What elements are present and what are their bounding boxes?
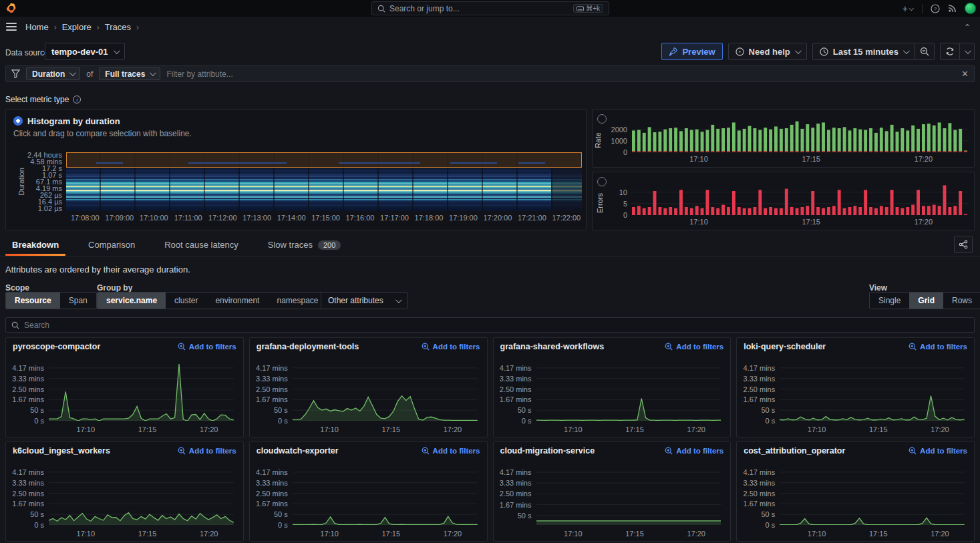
heatmap-x-tick: 17:08:00 [71, 214, 100, 222]
add-to-filters-button[interactable]: Add to filters [909, 343, 967, 351]
breadcrumb-item-explore[interactable]: Explore [62, 22, 92, 32]
groupby-option-service-name[interactable]: service.name [98, 293, 166, 309]
other-attributes-select[interactable]: Other attributes [321, 292, 407, 309]
add-to-filters-label: Add to filters [189, 447, 236, 455]
cloudwatch-exporter-y-tick: 4.17 mins [256, 468, 288, 476]
breadcrumb-bar: Home›Explore›Traces› ⌃ [0, 17, 980, 39]
zoom-out-time-button[interactable] [915, 43, 935, 60]
loki-query-scheduler-y-axis: 4.17 mins3.33 mins2.50 mins1.67 mins50 s… [737, 362, 775, 421]
grafana-deployment-tools-y-tick: 3.33 mins [256, 375, 288, 383]
news-icon[interactable] [948, 4, 957, 13]
add-to-filters-button[interactable]: Add to filters [422, 343, 480, 351]
errors-plot[interactable] [631, 183, 969, 215]
pyroscope-compactor-plot[interactable] [49, 362, 234, 421]
grafana-deployment-tools-y-tick: 2.50 mins [256, 385, 288, 393]
rate-y-tick: 1000 [611, 137, 627, 145]
refresh-interval-dropdown[interactable] [960, 43, 975, 60]
cloudwatch-exporter-plot[interactable] [293, 466, 478, 525]
view-label: View [869, 283, 887, 293]
funnel-icon [11, 69, 20, 78]
view-option-Single[interactable]: Single [870, 293, 909, 309]
tab-slow-traces[interactable]: Slow traces200 [261, 234, 348, 256]
service-card-title: grafana-deployment-tools [257, 342, 359, 351]
add-to-filters-button[interactable]: Add to filters [909, 447, 967, 455]
grafana-deployment-tools-y-tick: 50 s [274, 406, 288, 414]
groupby-segmented-control: service.nameclusterenvironmentnamespace [97, 292, 328, 309]
k6cloud_ingest_workers-x-axis: 17:1017:1517:20 [49, 530, 234, 539]
breakdown-search-input[interactable]: Search [5, 317, 975, 333]
breadcrumb-separator: › [54, 23, 57, 32]
loki-query-scheduler-plot[interactable] [780, 362, 965, 421]
cost_attribution_operator-y-tick: 3.33 mins [744, 479, 776, 487]
tab-root-cause-latency[interactable]: Root cause latency [158, 234, 245, 256]
loki-query-scheduler-y-tick: 1.67 mins [744, 395, 776, 403]
add-to-filters-button[interactable]: Add to filters [665, 343, 723, 351]
grafana-shared-workflows-y-axis: 4.17 mins3.33 mins2.50 mins1.67 mins50 s… [494, 362, 532, 421]
add-to-filters-button[interactable]: Add to filters [665, 447, 723, 455]
groupby-option-cluster[interactable]: cluster [166, 293, 206, 309]
grafana-shared-workflows-plot[interactable] [536, 362, 721, 421]
cloud-migration-service-y-tick: 2.50 mins [500, 490, 532, 498]
need-help-button[interactable]: Need help [728, 43, 807, 60]
tab-comparison[interactable]: Comparison [81, 234, 142, 256]
service-card-title: grafana-shared-workflows [500, 342, 605, 351]
view-segmented-control: SingleGridRows [869, 292, 980, 309]
breadcrumb-item-home[interactable]: Home [25, 22, 49, 32]
time-range-picker[interactable]: Last 15 minutes [812, 43, 915, 60]
histogram-radio-selected[interactable] [13, 116, 23, 126]
pyroscope-compactor-x-axis: 17:1017:1517:20 [49, 425, 234, 435]
refresh-button[interactable] [940, 43, 960, 60]
histogram-duration-panel: Histogram by duration Click and drag to … [5, 109, 587, 230]
duration-filter-select[interactable]: Duration [26, 67, 80, 80]
pyroscope-compactor-y-tick: 1.67 mins [12, 395, 44, 403]
cost_attribution_operator-plot[interactable] [780, 466, 965, 525]
preview-button[interactable]: Preview [661, 43, 722, 60]
scope-option-Span[interactable]: Span [60, 293, 96, 309]
heatmap-selection-box[interactable] [66, 152, 582, 168]
errors-y-tick: 10 [619, 188, 627, 196]
groupby-option-environment[interactable]: environment [206, 293, 268, 309]
cloud-migration-service-plot[interactable] [536, 466, 721, 525]
grafana-logo[interactable] [5, 2, 17, 14]
service-chart: 4.17 mins3.33 mins2.50 mins1.67 mins50 s… [737, 357, 974, 437]
service-card-k6cloud_ingest_workers: k6cloud_ingest_workersAdd to filters4.17… [5, 441, 244, 542]
menu-toggle-icon[interactable] [6, 23, 17, 32]
service-card-pyroscope-compactor: pyroscope-compactorAdd to filters4.17 mi… [5, 337, 244, 437]
add-to-filters-button[interactable]: Add to filters [422, 447, 480, 455]
view-option-Grid[interactable]: Grid [909, 293, 943, 309]
topbar-divider [922, 4, 923, 13]
errors-x-tick: 17:20 [915, 218, 933, 226]
grafana-deployment-tools-plot[interactable] [293, 362, 478, 421]
close-filter-icon[interactable]: ✕ [961, 69, 969, 79]
collapse-section-icon[interactable]: ⌃ [964, 23, 971, 32]
cost_attribution_operator-x-tick: 17:15 [869, 530, 888, 538]
add-to-filters-button[interactable]: Add to filters [178, 343, 236, 351]
refresh-icon [945, 47, 955, 56]
search-shortcut: ⌘+k [573, 4, 603, 13]
global-search-input[interactable]: Search or jump to... ⌘+k [371, 1, 609, 15]
add-to-filters-button[interactable]: Add to filters [178, 447, 236, 455]
data-source-select[interactable]: tempo-dev-01 [45, 43, 125, 60]
pyroscope-compactor-x-tick: 17:10 [77, 425, 96, 433]
new-item-button[interactable]: + [903, 3, 914, 14]
k6cloud_ingest_workers-plot[interactable] [49, 466, 234, 525]
breadcrumb-item-traces[interactable]: Traces [105, 22, 131, 32]
tab-breakdown[interactable]: Breakdown [5, 234, 65, 256]
heatmap-selection-cell [96, 162, 123, 164]
rate-plot[interactable] [631, 120, 969, 152]
groupby-option-namespace[interactable]: namespace [268, 293, 327, 309]
service-card-title: cloudwatch-exporter [257, 446, 339, 456]
rate-y-axis: 200010000 [593, 120, 627, 152]
help-icon[interactable]: ? [931, 4, 940, 13]
service-card-header: k6cloud_ingest_workersAdd to filters [6, 442, 243, 460]
rate-x-axis: 17:1017:1517:20 [631, 155, 969, 164]
info-icon: i [73, 96, 81, 104]
filter-attribute-input[interactable]: Filter by attribute... [166, 69, 232, 79]
user-avatar[interactable] [965, 3, 976, 14]
view-option-Rows[interactable]: Rows [943, 293, 980, 309]
full-traces-select[interactable]: Full traces [99, 67, 160, 80]
duration-heatmap[interactable] [66, 152, 582, 211]
scope-option-Resource[interactable]: Resource [6, 293, 60, 309]
share-button[interactable] [954, 236, 973, 253]
service-card-header: cloud-migration-serviceAdd to filters [494, 442, 731, 460]
